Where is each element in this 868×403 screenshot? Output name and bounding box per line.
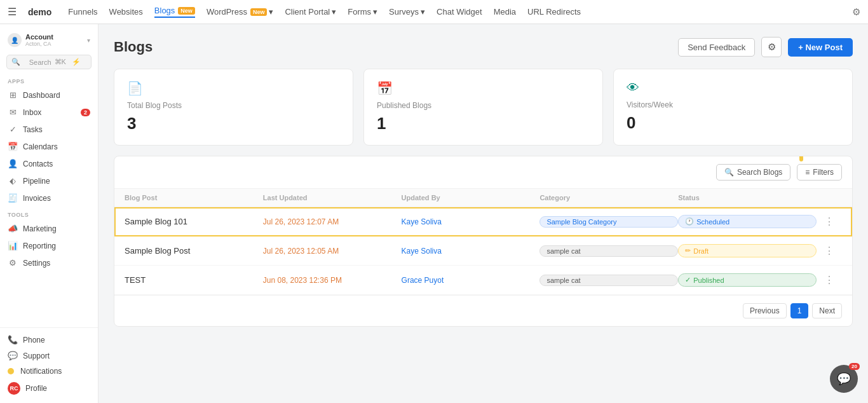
sidebar-item-tasks[interactable]: ✓ Tasks	[0, 121, 98, 138]
sidebar-item-label: Tasks	[23, 125, 43, 134]
table-row[interactable]: Sample Blog Post Jul 26, 2023 12:05 AM K…	[114, 236, 852, 266]
sidebar-item-label: Invoices	[23, 194, 51, 203]
sidebar-item-contacts[interactable]: 👤 Contacts	[0, 155, 98, 172]
nav-client-portal[interactable]: Client Portal ▾	[285, 7, 336, 17]
table-row[interactable]: TEST Jun 08, 2023 12:36 PM Grace Puyot s…	[114, 266, 852, 295]
main-layout: 👤 Account Acton, CA ▾ 🔍 Search ⌘K ⚡ Apps…	[0, 24, 868, 403]
sidebar-item-reporting[interactable]: 📊 Reporting	[0, 237, 98, 254]
sidebar-item-settings[interactable]: ⚙ Settings	[0, 254, 98, 271]
sidebar-item-label: Pipeline	[23, 177, 50, 186]
blog-author: Grace Puyot	[402, 276, 540, 285]
search-icon: 🔍	[11, 58, 26, 66]
sidebar-item-label: Reporting	[23, 242, 56, 250]
stat-label: Published Blogs	[377, 101, 590, 110]
nav-url-redirects[interactable]: URL Redirects	[527, 7, 581, 17]
sidebar-bottom-item-label: Profile	[25, 384, 47, 393]
col-status: Status	[678, 194, 817, 202]
contacts-icon: 👤	[8, 159, 18, 168]
page-number-button[interactable]: 1	[790, 303, 809, 318]
sidebar-item-dashboard[interactable]: ⊞ Dashboard	[0, 86, 98, 104]
nav-gear-icon[interactable]: ⚙	[852, 6, 860, 18]
sidebar-item-label: Settings	[23, 259, 50, 268]
sidebar-bottom-item-label: Phone	[23, 336, 45, 345]
sidebar-item-pipeline[interactable]: ⬖ Pipeline	[0, 172, 98, 189]
next-page-button[interactable]: Next	[812, 303, 842, 318]
col-last-updated: Last Updated	[263, 194, 402, 202]
stat-card-visitors: 👁 Visitors/Week 0	[613, 69, 853, 146]
sidebar-item-marketing[interactable]: 📣 Marketing	[0, 220, 98, 237]
nav-funnels[interactable]: Funnels	[68, 7, 97, 17]
sidebar-item-profile[interactable]: RC Profile	[0, 379, 98, 398]
blog-category: sample cat	[539, 245, 678, 257]
sidebar-item-label: Inbox	[23, 108, 41, 117]
stat-card-published: 📅 Published Blogs 1	[363, 69, 603, 146]
row-menu-button[interactable]: ⋮	[824, 245, 834, 257]
blog-title: Sample Blog 101	[125, 217, 263, 226]
sidebar-item-inbox[interactable]: ✉ Inbox 2	[0, 104, 98, 121]
nav-websites[interactable]: Websites	[109, 7, 143, 17]
sidebar-item-label: Contacts	[23, 160, 53, 168]
calendars-icon: 📅	[8, 142, 18, 151]
sidebar-item-phone[interactable]: 📞 Phone	[0, 332, 98, 348]
stat-label: Total Blog Posts	[127, 101, 340, 110]
filters-button[interactable]: ≡ Filters	[797, 164, 842, 181]
row-menu-button[interactable]: ⋮	[824, 274, 834, 286]
stat-value: 0	[627, 113, 839, 133]
row-menu-button[interactable]: ⋮	[824, 215, 834, 228]
nav-wordpress[interactable]: WordPress New ▾	[207, 7, 274, 17]
search-shortcut: ⌘K	[55, 58, 69, 66]
support-icon: 💬	[8, 351, 18, 360]
content-area: Blogs Send Feedback ⚙ + New Post 📄 Total…	[98, 24, 868, 403]
marketing-icon: 📣	[8, 224, 18, 233]
account-name: Account	[25, 33, 83, 41]
status-badge: 🕐 Scheduled	[678, 215, 817, 228]
chat-widget-button[interactable]: 💬 20	[830, 365, 858, 393]
nav-blogs[interactable]: Blogs New	[154, 6, 195, 18]
sidebar-item-label: Calendars	[23, 142, 58, 151]
invoices-icon: 🧾	[8, 193, 18, 203]
page-title: Blogs	[114, 39, 678, 55]
col-blog-post: Blog Post	[125, 194, 263, 202]
sidebar-item-invoices[interactable]: 🧾 Invoices	[0, 189, 98, 207]
new-post-button[interactable]: + New Post	[788, 38, 853, 57]
account-chevron-icon: ▾	[87, 37, 90, 44]
sidebar-item-support[interactable]: 💬 Support	[0, 348, 98, 364]
sidebar-item-calendars[interactable]: 📅 Calendars	[0, 138, 98, 155]
search-blogs-button[interactable]: 🔍 Search Blogs	[716, 164, 790, 181]
visitors-icon: 👁	[627, 81, 839, 95]
chat-notification-badge: 20	[849, 363, 860, 370]
inbox-icon: ✉	[8, 107, 18, 117]
row-actions: ⋮	[817, 215, 842, 228]
account-switcher[interactable]: 👤 Account Acton, CA ▾	[0, 29, 98, 51]
nav-chat-widget[interactable]: Chat Widget	[437, 7, 482, 17]
sidebar-item-label: Marketing	[23, 224, 57, 233]
table-row[interactable]: Sample Blog 101 Jul 26, 2023 12:07 AM Ka…	[114, 207, 852, 236]
blog-category: Sample Blog Category	[539, 216, 678, 228]
blog-date: Jul 26, 2023 12:07 AM	[263, 217, 402, 226]
settings-gear-button[interactable]: ⚙	[761, 37, 782, 57]
nav-forms[interactable]: Forms ▾	[348, 7, 377, 17]
sidebar-bottom: 📞 Phone 💬 Support Notifications RC Profi…	[0, 327, 98, 398]
wordpress-badge: New	[250, 8, 268, 16]
apps-section-label: Apps	[0, 73, 98, 86]
sidebar-item-notifications[interactable]: Notifications	[0, 364, 98, 379]
nav-media[interactable]: Media	[494, 7, 516, 17]
tasks-icon: ✓	[8, 125, 18, 134]
top-nav: ☰ demo Funnels Websites Blogs New WordPr…	[0, 0, 868, 24]
search-bar[interactable]: 🔍 Search ⌘K ⚡	[6, 55, 92, 69]
sidebar-bottom-item-label: Support	[23, 352, 50, 360]
sidebar: 👤 Account Acton, CA ▾ 🔍 Search ⌘K ⚡ Apps…	[0, 24, 98, 403]
sidebar-item-label: Dashboard	[23, 91, 60, 100]
table-header: Blog Post Last Updated Updated By Catego…	[114, 189, 852, 207]
menu-icon[interactable]: ☰	[8, 6, 17, 18]
filter-icon: ≡	[805, 168, 810, 177]
dashboard-icon: ⊞	[8, 90, 18, 100]
nav-surveys[interactable]: Surveys ▾	[389, 7, 425, 17]
blog-author: Kaye Soliva	[402, 247, 540, 256]
blog-date: Jun 08, 2023 12:36 PM	[263, 276, 402, 285]
previous-page-button[interactable]: Previous	[743, 303, 787, 318]
blogs-badge: New	[178, 7, 195, 15]
send-feedback-button[interactable]: Send Feedback	[678, 38, 755, 57]
pagination: Previous 1 Next	[114, 295, 852, 326]
blog-table: 🔍 Search Blogs ≡ Filters Blog Post Last …	[114, 156, 853, 327]
